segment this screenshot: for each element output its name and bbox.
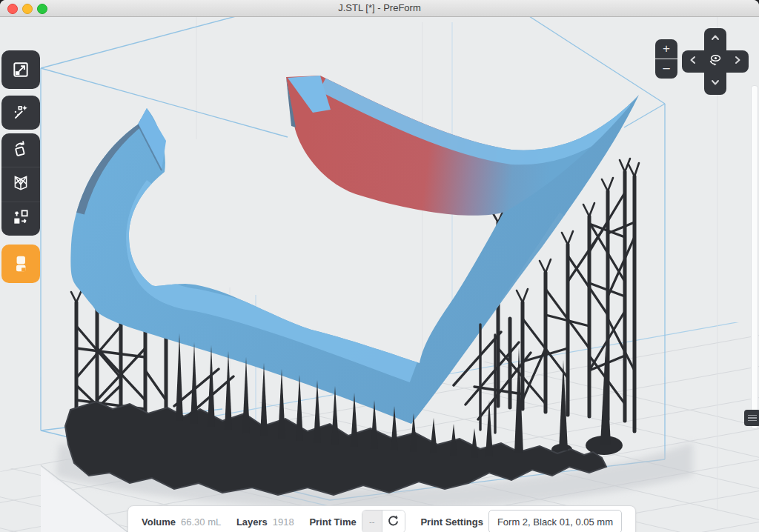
size-tool-button[interactable]	[1, 50, 40, 89]
viewport-canvas[interactable]	[0, 16, 759, 532]
rotate-view-up-button[interactable]	[704, 28, 726, 50]
view-orbit-eye-icon	[707, 52, 723, 71]
zoom-out-button[interactable]: −	[655, 59, 677, 79]
print-settings-group: Print Settings Form 2, Black 01, 0.05 mm	[420, 510, 622, 532]
layers-group: Layers 1918	[236, 516, 294, 528]
orientation-tool-button[interactable]	[1, 133, 40, 167]
viewport-3d[interactable]	[0, 16, 759, 532]
tool-group	[1, 133, 40, 236]
preform-window: J.STL [*] - PreForm	[0, 0, 759, 532]
print-time-group: Print Time --	[309, 510, 405, 532]
rotate-view-down-button[interactable]	[704, 73, 726, 95]
refresh-icon	[387, 514, 400, 530]
print-time-value: --	[362, 511, 382, 532]
volume-label: Volume	[142, 516, 176, 528]
print-button[interactable]	[1, 245, 40, 283]
title-bar: J.STL [*] - PreForm	[0, 0, 759, 17]
drag-lines-icon	[748, 415, 757, 416]
rotate-icon	[11, 139, 30, 162]
layout-icon	[11, 207, 30, 230]
model-arrow	[70, 76, 639, 424]
print-time-control: --	[362, 510, 405, 532]
rotate-view-left-button[interactable]	[682, 50, 704, 73]
layout-tool-button[interactable]	[1, 202, 40, 236]
chevron-down-icon	[709, 76, 721, 91]
rotate-view-right-button[interactable]	[726, 50, 749, 73]
reset-view-button[interactable]	[704, 50, 726, 73]
one-click-print-button[interactable]	[1, 96, 40, 130]
zoom-in-button[interactable]: +	[655, 39, 677, 59]
layer-slider-track[interactable]	[751, 85, 758, 429]
supports-icon	[11, 173, 30, 196]
status-bar: Volume 66.30 mL Layers 1918 Print Time -…	[127, 505, 636, 532]
layers-value: 1918	[273, 516, 294, 528]
resize-icon	[11, 60, 30, 79]
layer-slider-handle[interactable]	[744, 410, 759, 426]
print-cartridge-icon	[11, 254, 30, 273]
window-title: J.STL [*] - PreForm	[0, 0, 759, 16]
chevron-up-icon	[709, 32, 721, 47]
supports-tool-button[interactable]	[1, 167, 40, 201]
chevron-right-icon	[732, 54, 743, 69]
volume-value: 66.30 mL	[181, 516, 221, 528]
chevron-left-icon	[687, 54, 699, 69]
print-time-label: Print Time	[309, 516, 356, 528]
magic-wand-icon	[11, 103, 30, 122]
print-settings-selector[interactable]: Form 2, Black 01, 0.05 mm	[488, 510, 622, 532]
volume-group: Volume 66.30 mL	[142, 516, 221, 528]
print-settings-label: Print Settings	[420, 516, 483, 528]
layers-label: Layers	[236, 516, 268, 528]
refresh-print-time-button[interactable]	[382, 511, 405, 532]
